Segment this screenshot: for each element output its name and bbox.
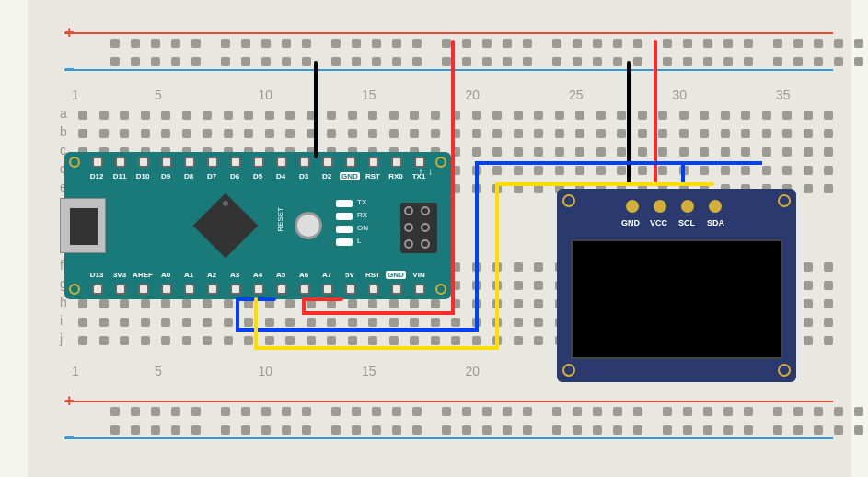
tie-hole xyxy=(203,318,212,327)
rail-hole xyxy=(633,57,642,66)
nano-pin xyxy=(299,284,310,295)
nano-pin xyxy=(391,284,402,295)
column-label: 1 xyxy=(72,364,79,378)
tie-hole xyxy=(141,129,150,138)
tie-hole xyxy=(327,129,336,138)
tie-hole xyxy=(514,336,523,345)
tie-hole xyxy=(782,129,792,138)
nano-pin xyxy=(253,284,264,295)
rail-hole xyxy=(110,407,120,416)
tie-hole xyxy=(99,111,109,120)
tie-hole xyxy=(451,111,460,120)
nano-pin-label: D13 xyxy=(87,271,107,279)
nano-pin xyxy=(391,157,402,168)
led-label: TX xyxy=(357,198,366,206)
nano-pin-label: D8 xyxy=(179,172,199,180)
tie-hole xyxy=(575,166,584,175)
rail-hole xyxy=(171,57,180,66)
rail-hole xyxy=(282,39,291,48)
tie-hole xyxy=(307,299,316,308)
nano-pin xyxy=(115,157,126,168)
mount-hole-icon xyxy=(562,364,575,377)
tie-hole xyxy=(78,318,87,327)
rail-hole xyxy=(834,407,843,416)
rail-hole xyxy=(773,57,782,66)
bottom-power-rail-line xyxy=(64,401,833,402)
oled-pin-label: VCC xyxy=(650,218,667,227)
tie-hole xyxy=(244,299,253,308)
rail-hole xyxy=(573,407,582,416)
tie-hole xyxy=(492,281,502,290)
tie-hole xyxy=(224,111,233,120)
rail-hole xyxy=(261,425,271,435)
tie-hole xyxy=(348,129,357,138)
tie-hole xyxy=(141,299,150,308)
rail-hole xyxy=(151,39,160,48)
reset-label: RESET xyxy=(276,207,284,232)
tie-hole xyxy=(534,318,543,327)
rail-hole xyxy=(552,425,561,435)
tie-hole xyxy=(203,336,212,345)
rail-hole xyxy=(663,39,672,48)
nano-pin xyxy=(345,284,356,295)
tie-hole xyxy=(804,184,813,193)
tie-hole xyxy=(224,299,233,308)
tie-hole xyxy=(804,147,813,157)
mount-hole-icon xyxy=(562,194,575,207)
rail-hole xyxy=(814,57,823,66)
tie-hole xyxy=(307,336,316,345)
tie-hole xyxy=(762,129,771,138)
nano-pin-label: D6 xyxy=(225,172,245,180)
column-label: 25 xyxy=(569,87,584,102)
tie-hole xyxy=(492,318,502,327)
rail-hole xyxy=(663,425,672,435)
tie-hole xyxy=(368,336,377,345)
tie-hole xyxy=(99,299,109,308)
column-label: 35 xyxy=(776,87,791,102)
tie-hole xyxy=(638,147,647,157)
tie-hole xyxy=(472,166,481,175)
rail-hole xyxy=(773,407,782,416)
tie-hole xyxy=(534,336,543,345)
top-ground-rail-line xyxy=(64,69,833,71)
tie-hole xyxy=(368,318,377,327)
rail-hole xyxy=(110,39,120,48)
nano-pin-label: RST xyxy=(363,271,383,279)
nano-pin xyxy=(253,157,264,168)
rail-hole xyxy=(744,425,753,435)
nano-pin-label: A0 xyxy=(156,271,176,279)
rail-hole xyxy=(462,407,471,416)
rail-hole xyxy=(221,57,230,66)
tie-hole xyxy=(679,166,689,175)
tie-hole xyxy=(472,147,481,157)
rail-hole xyxy=(552,39,561,48)
tie-hole xyxy=(120,129,129,138)
rail-hole xyxy=(613,39,622,48)
tie-hole xyxy=(99,336,109,345)
tie-hole xyxy=(741,147,750,157)
tie-hole xyxy=(617,166,626,175)
tie-hole xyxy=(327,111,336,120)
reset-button[interactable] xyxy=(295,212,322,239)
breadboard: + − + − 1155101015152020252530303535abcd… xyxy=(28,0,851,477)
tie-hole xyxy=(492,166,502,175)
rail-hole xyxy=(814,425,823,435)
rail-hole xyxy=(593,407,602,416)
tie-hole xyxy=(99,318,109,327)
nano-pin xyxy=(138,157,149,168)
rail-hole xyxy=(703,57,712,66)
tie-hole xyxy=(741,111,750,120)
rail-hole xyxy=(552,407,561,416)
tie-hole xyxy=(307,318,316,327)
rail-hole xyxy=(151,407,160,416)
rail-hole xyxy=(703,39,712,48)
rail-hole xyxy=(834,57,843,66)
nano-pin xyxy=(138,284,149,295)
rail-hole xyxy=(613,407,622,416)
rail-hole xyxy=(442,57,451,66)
tie-hole xyxy=(265,336,274,345)
mount-hole-icon xyxy=(778,364,791,377)
tie-hole xyxy=(804,166,813,175)
tie-hole xyxy=(389,129,399,138)
tie-hole xyxy=(575,111,584,120)
